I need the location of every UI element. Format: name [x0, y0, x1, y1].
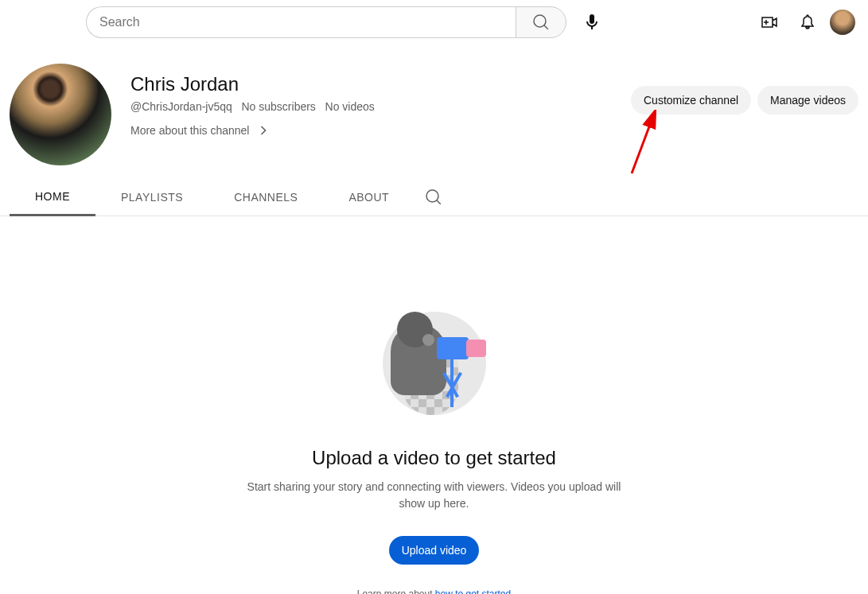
account-avatar[interactable] [830, 10, 855, 35]
channel-actions: Customize channel Manage videos [631, 64, 858, 115]
empty-state: Upload a video to get started Start shar… [0, 216, 868, 594]
bell-icon [798, 13, 817, 32]
channel-info: Chris Jordan @ChrisJordan-jv5qq No subsc… [130, 64, 612, 138]
search-area [86, 6, 608, 38]
notifications-button[interactable] [792, 6, 823, 38]
microphone-icon [582, 13, 601, 32]
search-button[interactable] [516, 6, 566, 38]
empty-description: Start sharing your story and connecting … [243, 479, 625, 512]
tab-search-button[interactable] [415, 188, 453, 207]
voice-search-button[interactable] [576, 6, 608, 38]
header [0, 0, 868, 45]
subscriber-count: No subscribers [242, 100, 316, 113]
tab-home[interactable]: HOME [10, 178, 95, 216]
channel-meta: @ChrisJordan-jv5qq No subscribers No vid… [130, 100, 612, 113]
learn-more-prefix: Learn more about [357, 588, 435, 594]
tab-about[interactable]: ABOUT [323, 178, 415, 216]
channel-tabs: HOME PLAYLISTS CHANNELS ABOUT [0, 178, 868, 216]
customize-channel-button[interactable]: Customize channel [631, 86, 751, 115]
manage-videos-button[interactable]: Manage videos [757, 86, 858, 115]
search-box [86, 6, 566, 38]
create-icon [760, 13, 779, 32]
more-about-label: More about this channel [130, 124, 249, 137]
upload-video-button[interactable]: Upload video [389, 536, 480, 565]
channel-avatar [10, 64, 111, 165]
create-button[interactable] [753, 6, 785, 38]
tab-channels[interactable]: CHANNELS [208, 178, 323, 216]
upload-illustration [375, 304, 494, 423]
search-input[interactable] [86, 6, 516, 38]
channel-name: Chris Jordan [130, 73, 612, 95]
chevron-right-icon [255, 122, 271, 138]
learn-more-link[interactable]: how to get started [435, 588, 511, 594]
channel-header: Chris Jordan @ChrisJordan-jv5qq No subsc… [0, 45, 868, 169]
channel-handle: @ChrisJordan-jv5qq [130, 100, 232, 113]
learn-more-text: Learn more about how to get started [357, 588, 511, 594]
more-about-link[interactable]: More about this channel [130, 122, 612, 138]
search-icon [531, 13, 551, 32]
empty-title: Upload a video to get started [312, 447, 556, 469]
video-count: No videos [325, 100, 375, 113]
header-right [753, 6, 855, 38]
tab-playlists[interactable]: PLAYLISTS [95, 178, 208, 216]
search-icon [424, 188, 443, 207]
